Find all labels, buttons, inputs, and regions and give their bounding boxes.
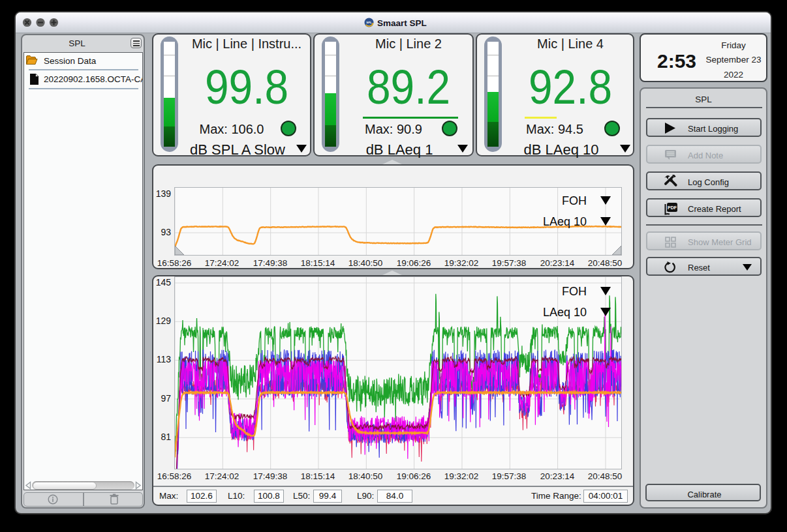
svg-text:SPL: SPL	[366, 21, 372, 24]
svg-text:PDF: PDF	[668, 205, 677, 210]
